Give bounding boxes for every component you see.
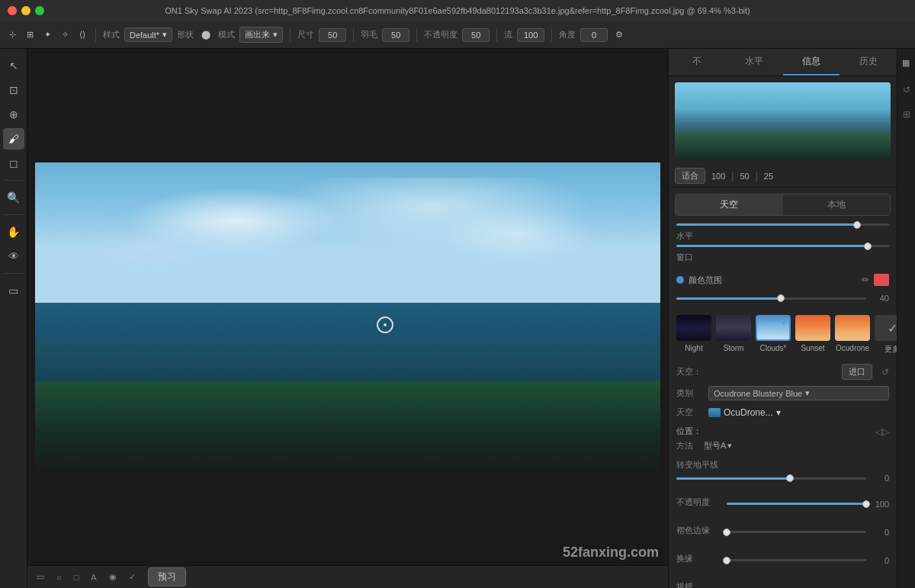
tool-arrow[interactable]: ↖ [3, 55, 24, 76]
close-button[interactable] [8, 6, 17, 15]
options-icon[interactable]: ⊞ [899, 107, 914, 122]
sky-value-row[interactable]: OcuDrone... ▾ [708, 407, 889, 418]
tab-sky[interactable]: 天空 [676, 194, 783, 215]
horizon-thumb[interactable] [853, 221, 861, 229]
edge-slider[interactable] [727, 531, 866, 533]
tab-local[interactable]: 本地 [783, 194, 891, 215]
bottom-icon-circle[interactable]: ○ [56, 573, 62, 582]
position-arrow-right[interactable]: ▷ [882, 426, 889, 437]
edge-thumb[interactable] [723, 529, 730, 536]
panel-scroll-area: 适合 100 | 50 | 25 天空 本地 水平 [669, 76, 897, 588]
bottom-icon-mask[interactable]: ◉ [109, 572, 117, 582]
opacity-thumb[interactable] [862, 500, 870, 508]
tool-icon-3[interactable]: ✦ [41, 28, 54, 41]
preset-clouds[interactable]: ✓ Clouds* [756, 315, 791, 355]
eyedropper-icon[interactable]: ✏ [862, 275, 869, 285]
tab-info[interactable]: 信息 [783, 49, 840, 76]
tool-icon-1[interactable]: ⊹ [6, 28, 19, 41]
category-dropdown[interactable]: Ocudrone Blustery Blue ▾ [708, 386, 889, 400]
layers-icon[interactable]: ▦ [899, 55, 914, 70]
style-dropdown[interactable]: Default* ▾ [124, 27, 172, 42]
transition-label: 换缘 [676, 553, 722, 564]
minimize-button[interactable] [21, 6, 30, 15]
feather-value[interactable]: 50 [382, 28, 409, 42]
tool-brush[interactable]: 🖌 [3, 128, 24, 149]
preset-sunset[interactable]: Sunset [795, 315, 830, 355]
preset-sunset-label: Sunset [801, 344, 824, 352]
method-value[interactable]: 型号A ▾ [704, 440, 732, 451]
preset-clouds-label: Clouds* [759, 344, 786, 352]
transform-thumb[interactable] [786, 474, 794, 482]
tool-icon-5[interactable]: ⟨⟩ [76, 28, 88, 41]
tab-history[interactable]: 历史 [840, 49, 897, 76]
category-label: 类别 [676, 387, 704, 399]
tool-eye[interactable]: 👁 [3, 246, 24, 267]
color-range-row: 颜色范围 ✏ [669, 271, 897, 289]
preset-more[interactable]: ✓ 更多 [875, 315, 897, 355]
tab-horizontal[interactable]: 水平 [726, 49, 783, 76]
preset-night[interactable]: Night [676, 315, 711, 355]
tool-stamp[interactable]: ⊕ [3, 104, 24, 125]
flow-value[interactable]: 100 [517, 28, 544, 42]
maximize-button[interactable] [35, 6, 44, 15]
position-arrow-left[interactable]: ◁ [875, 426, 882, 437]
size-value[interactable]: 50 [319, 28, 346, 42]
shape-circle[interactable]: ⬤ [198, 28, 214, 41]
transform-label: 转变地平线 [676, 459, 889, 471]
chevron-down-icon: ▾ [162, 30, 167, 40]
bottom-icon-a[interactable]: A [91, 573, 96, 582]
history-icon[interactable]: ↺ [899, 82, 914, 98]
transform-slider-row: 0 [676, 474, 889, 483]
color-range-slider[interactable] [676, 297, 866, 300]
preset-ocudrone[interactable]: Ocudrone [835, 315, 870, 355]
opacity-value[interactable]: 50 [462, 28, 490, 42]
opacity-slider[interactable] [727, 503, 866, 505]
color-range-thumb[interactable] [777, 294, 785, 302]
water-layer [35, 303, 660, 381]
preset-more-image: ✓ [875, 315, 897, 341]
clouds-layer [66, 178, 629, 319]
window-slider[interactable] [676, 245, 889, 247]
sky-header-row: 天空： 进口 ↺ [669, 361, 897, 383]
toolbar-separator-2 [290, 28, 291, 42]
right-panel-tabs: 不 水平 信息 历史 [669, 49, 897, 76]
preset-ocudrone-image [835, 315, 870, 341]
window-controls[interactable] [8, 6, 44, 15]
angle-value[interactable]: 0 [580, 28, 608, 42]
bottom-icon-rect[interactable]: ▭ [37, 572, 44, 582]
horizon-fill [676, 223, 857, 226]
tool-canvas[interactable]: ▭ [3, 280, 24, 301]
bottom-icon-check[interactable]: ✓ [129, 572, 136, 582]
color-swatch[interactable] [874, 274, 889, 286]
sky-row: 天空 OcuDrone... ▾ [669, 403, 897, 421]
transform-slider[interactable] [676, 477, 866, 480]
scale-section: 规模 [669, 577, 897, 588]
color-range-label: 颜色范围 [689, 275, 857, 286]
chevron-down-icon: ▾ [727, 441, 732, 451]
transform-value: 0 [871, 474, 889, 483]
tool-icon-select: ⊞ [27, 30, 34, 40]
transition-slider[interactable] [727, 559, 866, 561]
checkmark-icon: ✓ [782, 318, 788, 326]
preset-ocudrone-label: Ocudrone [836, 344, 869, 352]
settings-icon[interactable]: ⚙ [612, 28, 626, 41]
tab-not[interactable]: 不 [669, 49, 726, 76]
preset-night-image [676, 315, 711, 341]
window-thumb[interactable] [864, 243, 872, 250]
mode-dropdown[interactable]: 画出来 ▾ [239, 27, 283, 43]
tool-crop[interactable]: ⊡ [3, 79, 24, 101]
tool-icon-4[interactable]: ✧ [59, 28, 72, 41]
position-section-header: 位置： ◁ ▷ [669, 421, 897, 439]
import-button[interactable]: 进口 [842, 364, 872, 380]
fit-button[interactable]: 适合 [675, 168, 705, 184]
transition-thumb[interactable] [723, 557, 730, 564]
bottom-icon-rectangle[interactable]: □ [74, 573, 79, 582]
preview-button[interactable]: 预习 [148, 567, 186, 586]
tool-hand[interactable]: ✋ [3, 221, 24, 243]
horizon-slider[interactable] [676, 223, 889, 226]
refresh-icon[interactable]: ↺ [881, 367, 889, 378]
tool-zoom[interactable]: 🔍 [3, 187, 24, 208]
tool-icon-2[interactable]: ⊞ [24, 28, 37, 41]
tool-eraser[interactable]: ◻ [3, 153, 24, 174]
preset-storm[interactable]: Storm [716, 315, 751, 355]
